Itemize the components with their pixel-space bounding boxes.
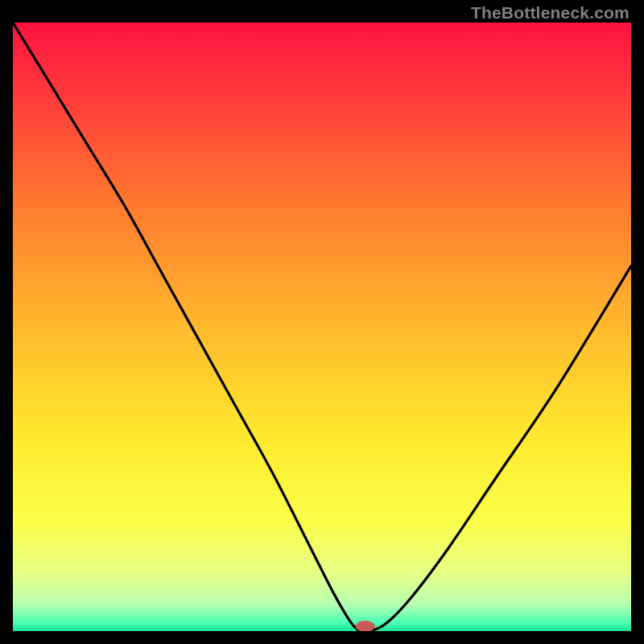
bottleneck-chart (13, 23, 631, 631)
gradient-background (13, 23, 631, 631)
chart-frame: TheBottleneck.com (0, 0, 644, 644)
watermark-label: TheBottleneck.com (471, 3, 630, 23)
chart-plot (13, 23, 631, 631)
